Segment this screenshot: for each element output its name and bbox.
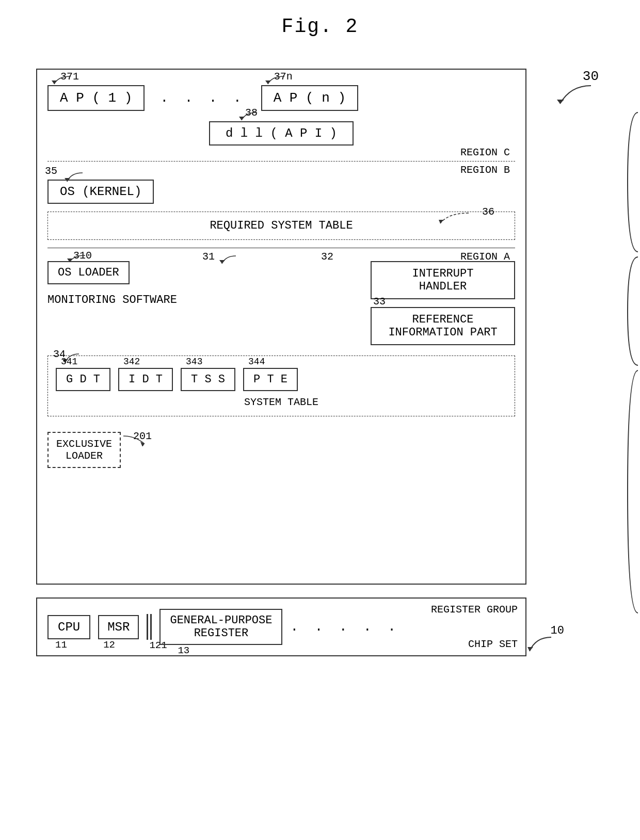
- ring-c-section: 371 A P ( 1 ) . . . . 37n: [47, 85, 515, 161]
- figure-title: Fig. 2: [15, 15, 625, 38]
- label-343: 343: [186, 357, 202, 367]
- ring3-brace-svg: [625, 110, 640, 254]
- label-341: 341: [61, 357, 77, 367]
- exclusive-loader-line1: EXCLUSIVE: [56, 438, 112, 450]
- arrow-201: [121, 433, 149, 446]
- ring-b-section: REGION B 35 OS (KERNEL) 36: [47, 161, 515, 248]
- ref-info-box: REFERENCE INFORMATION PART: [371, 307, 515, 345]
- gp-register-box: GENERAL-PURPOSE REGISTER: [159, 609, 282, 645]
- system-table-label: SYSTEM TABLE: [56, 396, 507, 408]
- svg-marker-3: [239, 117, 245, 120]
- ring3-item: RING 3: [625, 110, 640, 254]
- label-344: 344: [248, 357, 265, 367]
- interrupt-handler-line1: INTERRUPT: [381, 267, 505, 280]
- exclusive-loader-box: EXCLUSIVE LOADER: [47, 432, 121, 468]
- apn-box: A P ( n ): [261, 85, 358, 111]
- svg-marker-2: [265, 80, 271, 84]
- ring-a-section: REGION A 31 32 310: [47, 248, 515, 468]
- vert-line-1: [147, 614, 148, 640]
- vert-lines-container: 121: [147, 614, 152, 640]
- ring2-brace-svg: [625, 254, 640, 368]
- gdt-container: 341 G D T: [56, 368, 110, 391]
- label-35: 35: [45, 165, 57, 177]
- os-loader-box: OS LOADER: [47, 261, 130, 284]
- exclusive-loader-container: 201 EXCLUSIVE LOADER: [47, 424, 121, 468]
- interrupt-handler-box: INTERRUPT HANDLER: [371, 261, 515, 299]
- os-loader-container: 310 OS LOADER: [47, 261, 130, 289]
- region-c-label: REGION C: [460, 147, 510, 158]
- svg-marker-5: [439, 220, 444, 223]
- gp-register-line2: REGISTER: [170, 627, 272, 640]
- register-group-label: REGISTER GROUP: [431, 604, 518, 616]
- interrupt-handler-line2: HANDLER: [381, 280, 505, 293]
- label-13: 13: [178, 645, 189, 656]
- os-kernel-container: 35 OS (KERNEL): [47, 169, 154, 204]
- gdt-row: 341 G D T 342 I D T 343 T S S 344: [56, 368, 507, 391]
- ref-info-container: 33 REFERENCE INFORMATION PART: [371, 307, 515, 345]
- arrow-10: [525, 635, 556, 655]
- vert-line-2: [150, 614, 152, 640]
- idt-box: I D T: [118, 368, 173, 391]
- monitoring-text: MONITORING SOFTWARE: [47, 294, 360, 306]
- label-342: 342: [123, 357, 140, 367]
- cpu-container: CPU 11: [47, 615, 90, 639]
- tss-container: 343 T S S: [181, 368, 235, 391]
- ring-a-inner: 310 OS LOADER MONITORING SOFTWARE: [47, 261, 515, 345]
- interrupt-handler-container: INTERRUPT HANDLER: [371, 261, 515, 299]
- label-33: 33: [373, 296, 386, 308]
- ap-dots: . . . .: [160, 90, 245, 106]
- arrow-30: [555, 83, 596, 109]
- main-diagram-box: 371 A P ( 1 ) . . . . 37n: [36, 69, 526, 585]
- msr-box: MSR: [98, 615, 139, 639]
- pte-container: 344 P T E: [243, 368, 298, 391]
- tss-box: T S S: [181, 368, 235, 391]
- exclusive-loader-line2: LOADER: [56, 450, 112, 462]
- ap1-box: A P ( 1 ): [47, 85, 145, 111]
- msr-container: MSR 12: [98, 615, 139, 639]
- vert-lines: [147, 614, 152, 640]
- gp-register-line1: GENERAL-PURPOSE: [170, 614, 272, 627]
- gp-register-container: GENERAL-PURPOSE REGISTER 13: [159, 609, 282, 645]
- label-36: 36: [482, 206, 494, 218]
- os-kernel-row: 35 OS (KERNEL): [47, 169, 515, 204]
- apn-container: 37n A P ( n ): [261, 85, 358, 111]
- ref-info-line2: INFORMATION PART: [381, 326, 505, 339]
- pte-box: P T E: [243, 368, 298, 391]
- label-12: 12: [103, 639, 115, 651]
- label-30: 30: [583, 69, 599, 84]
- ref-info-line1: REFERENCE: [381, 313, 505, 326]
- left-col: 310 OS LOADER MONITORING SOFTWARE: [47, 261, 360, 345]
- idt-container: 342 I D T: [118, 368, 173, 391]
- cpu-box: CPU: [47, 615, 90, 639]
- label-11: 11: [55, 639, 67, 651]
- ring0-brace-svg: [625, 368, 640, 616]
- arrow-36: [438, 211, 474, 226]
- gdt-box: G D T: [56, 368, 110, 391]
- dll-row: 38 d l l ( A P I ): [47, 121, 515, 146]
- os-kernel-box: OS (KERNEL): [47, 180, 154, 204]
- chip-set-label: CHIP SET: [468, 638, 518, 650]
- ring-labels-container: RING 3 RING 2 RING 0: [625, 110, 640, 616]
- chip-box: REGISTER GROUP CPU 11 MSR 12: [36, 597, 526, 656]
- svg-marker-1: [52, 80, 57, 84]
- system-table-section: 34 341 G D T 342 I D T: [47, 356, 515, 416]
- ring0-item: RING 0: [625, 368, 640, 616]
- dll-container: 38 d l l ( A P I ): [209, 121, 354, 146]
- ring2-item: RING 2: [625, 254, 640, 368]
- right-col: INTERRUPT HANDLER 33 REFERENCE INFORMATI…: [371, 261, 515, 345]
- chip-dots: . . . . .: [290, 619, 399, 635]
- svg-marker-0: [557, 100, 564, 104]
- ap1-container: 371 A P ( 1 ): [47, 85, 145, 111]
- ap-row: 371 A P ( 1 ) . . . . 37n: [47, 85, 515, 111]
- dll-box: d l l ( A P I ): [209, 121, 354, 146]
